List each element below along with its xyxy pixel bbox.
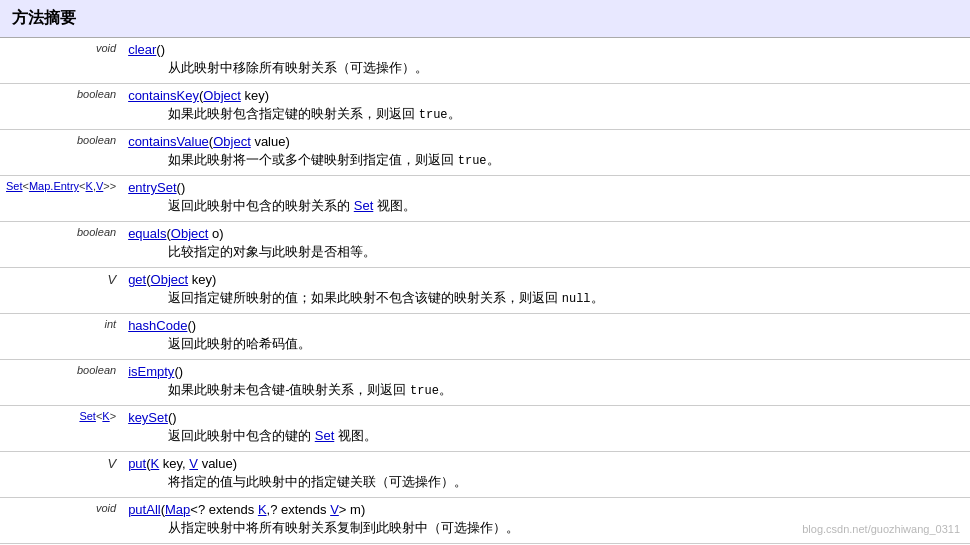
true-code: true <box>419 108 448 122</box>
method-signature: put(K key, V value) <box>128 456 964 471</box>
method-name-link[interactable]: put <box>128 456 146 471</box>
method-signature: equals(Object o) <box>128 226 964 241</box>
return-type-link2[interactable]: Map.Entry <box>29 180 79 192</box>
table-row: Vput(K key, V value)将指定的值与此映射中的指定键关联（可选操… <box>0 452 970 498</box>
method-signature: get(Object key) <box>128 272 964 287</box>
set-link[interactable]: Set <box>354 198 374 213</box>
return-type-cell: boolean <box>0 130 122 176</box>
param-type[interactable]: Object <box>151 272 189 287</box>
return-type-cell: void <box>0 498 122 544</box>
return-type-cell: boolean <box>0 222 122 268</box>
method-detail-cell: isEmpty()如果此映射未包含键-值映射关系，则返回 true。 <box>122 360 970 406</box>
method-table: voidclear()从此映射中移除所有映射关系（可选操作）。booleanco… <box>0 38 970 545</box>
method-signature: isEmpty() <box>128 364 964 379</box>
return-type-link2[interactable]: K <box>102 410 109 422</box>
param-type[interactable]: Object <box>213 134 251 149</box>
return-type-end: >> <box>103 180 116 192</box>
return-type-text: boolean <box>77 134 116 146</box>
return-type-text: int <box>105 318 117 330</box>
method-detail-cell: containsValue(Object value)如果此映射将一个或多个键映… <box>122 130 970 176</box>
table-row: booleancontainsValue(Object value)如果此映射将… <box>0 130 970 176</box>
table-row: booleanisEmpty()如果此映射未包含键-值映射关系，则返回 true… <box>0 360 970 406</box>
true-code: true <box>458 154 487 168</box>
method-name-link[interactable]: putAll <box>128 502 161 517</box>
return-type-cell: Set<K> <box>0 406 122 452</box>
method-signature: keySet() <box>128 410 964 425</box>
return-type-cell: V <box>0 452 122 498</box>
table-row: voidclear()从此映射中移除所有映射关系（可选操作）。 <box>0 38 970 84</box>
method-signature: hashCode() <box>128 318 964 333</box>
method-description: 将指定的值与此映射中的指定键关联（可选操作）。 <box>128 473 964 491</box>
method-description: 如果此映射未包含键-值映射关系，则返回 true。 <box>128 381 964 399</box>
method-signature: putAll(Map<? extends K,? extends V> m) <box>128 502 964 517</box>
param-type-k[interactable]: K <box>258 502 267 517</box>
return-type-text: boolean <box>77 88 116 100</box>
method-signature: containsValue(Object value) <box>128 134 964 149</box>
method-detail-cell: hashCode()返回此映射的哈希码值。 <box>122 314 970 360</box>
method-detail-cell: get(Object key)返回指定键所映射的值；如果此映射不包含该键的映射关… <box>122 268 970 314</box>
method-name-link[interactable]: entrySet <box>128 180 176 195</box>
method-name-link[interactable]: isEmpty <box>128 364 174 379</box>
table-row: voidputAll(Map<? extends K,? extends V> … <box>0 498 970 544</box>
method-name-link[interactable]: get <box>128 272 146 287</box>
method-name-link[interactable]: equals <box>128 226 166 241</box>
method-signature: clear() <box>128 42 964 57</box>
table-row: inthashCode()返回此映射的哈希码值。 <box>0 314 970 360</box>
param-type-k[interactable]: K <box>151 456 160 471</box>
return-type-text: void <box>96 42 116 54</box>
method-detail-cell: containsKey(Object key)如果此映射包含指定键的映射关系，则… <box>122 84 970 130</box>
return-type-text: boolean <box>77 226 116 238</box>
true-code: true <box>410 384 439 398</box>
watermark: blog.csdn.net/guozhiwang_0311 <box>802 523 960 535</box>
method-name-link[interactable]: containsValue <box>128 134 209 149</box>
table-row: Vget(Object key)返回指定键所映射的值；如果此映射不包含该键的映射… <box>0 268 970 314</box>
method-detail-cell: put(K key, V value)将指定的值与此映射中的指定键关联（可选操作… <box>122 452 970 498</box>
param-type-v[interactable]: V <box>330 502 339 517</box>
set-link[interactable]: Set <box>315 428 335 443</box>
param-type-v[interactable]: V <box>189 456 198 471</box>
return-type-cell: boolean <box>0 360 122 406</box>
method-name-link[interactable]: containsKey <box>128 88 199 103</box>
param-type[interactable]: Object <box>171 226 209 241</box>
param-map-link[interactable]: Map <box>165 502 190 517</box>
return-type-cell: boolean <box>0 84 122 130</box>
return-type-text: boolean <box>77 364 116 376</box>
method-detail-cell: clear()从此映射中移除所有映射关系（可选操作）。 <box>122 38 970 84</box>
method-detail-cell: entrySet()返回此映射中包含的映射关系的 Set 视图。 <box>122 176 970 222</box>
method-detail-cell: equals(Object o)比较指定的对象与此映射是否相等。 <box>122 222 970 268</box>
return-type-text: V <box>107 456 116 471</box>
method-description: 返回指定键所映射的值；如果此映射不包含该键的映射关系，则返回 null。 <box>128 289 964 307</box>
method-description: 如果此映射包含指定键的映射关系，则返回 true。 <box>128 105 964 123</box>
method-description: 如果此映射将一个或多个键映射到指定值，则返回 true。 <box>128 151 964 169</box>
param-type[interactable]: Object <box>203 88 241 103</box>
method-name-link[interactable]: hashCode <box>128 318 187 333</box>
method-signature: containsKey(Object key) <box>128 88 964 103</box>
return-type-cell: int <box>0 314 122 360</box>
method-description: 从此映射中移除所有映射关系（可选操作）。 <box>128 59 964 77</box>
null-code: null <box>562 292 591 306</box>
method-description: 返回此映射中包含的映射关系的 Set 视图。 <box>128 197 964 215</box>
return-type-cell: V <box>0 268 122 314</box>
method-name-link[interactable]: keySet <box>128 410 168 425</box>
table-row: booleanequals(Object o)比较指定的对象与此映射是否相等。 <box>0 222 970 268</box>
return-type-cell: void <box>0 38 122 84</box>
return-type-link[interactable]: Set <box>79 410 96 422</box>
return-type-cell: Set<Map.Entry<K,V>> <box>0 176 122 222</box>
return-type-link3[interactable]: K <box>86 180 93 192</box>
method-detail-cell: keySet()返回此映射中包含的键的 Set 视图。 <box>122 406 970 452</box>
table-row: booleancontainsKey(Object key)如果此映射包含指定键… <box>0 84 970 130</box>
method-description: 返回此映射中包含的键的 Set 视图。 <box>128 427 964 445</box>
method-description: 比较指定的对象与此映射是否相等。 <box>128 243 964 261</box>
return-type-link[interactable]: Set <box>6 180 23 192</box>
method-signature: entrySet() <box>128 180 964 195</box>
method-detail-cell: putAll(Map<? extends K,? extends V> m)从指… <box>122 498 970 544</box>
method-description: 返回此映射的哈希码值。 <box>128 335 964 353</box>
return-type-end: > <box>110 410 116 422</box>
table-row: Set<Map.Entry<K,V>>entrySet()返回此映射中包含的映射… <box>0 176 970 222</box>
method-name-link[interactable]: clear <box>128 42 156 57</box>
return-type-text: V <box>107 272 116 287</box>
page-title: 方法摘要 <box>0 0 970 38</box>
table-row: Set<K>keySet()返回此映射中包含的键的 Set 视图。 <box>0 406 970 452</box>
return-type-text: void <box>96 502 116 514</box>
